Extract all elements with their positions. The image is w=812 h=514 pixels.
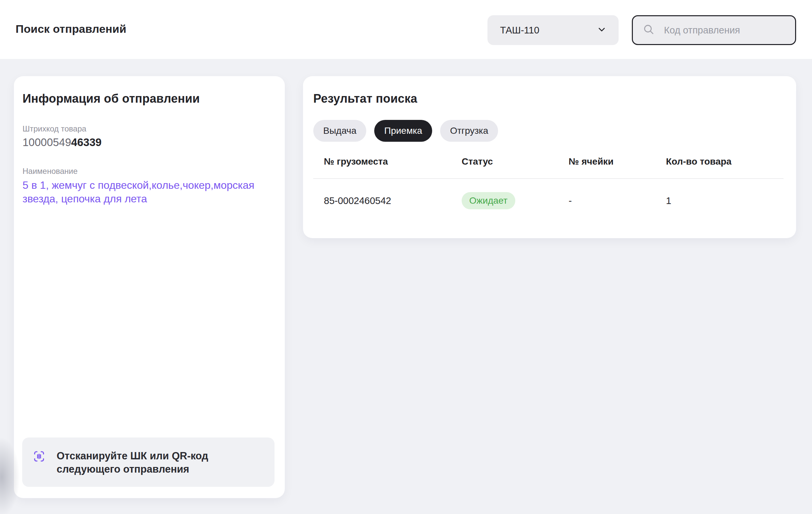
warehouse-select-value: ТАШ-110 [500,25,540,36]
col-header-cargo-number: № грузоместа [313,156,462,178]
search-icon [642,23,655,37]
col-header-quantity: Кол-во товара [666,156,784,178]
page-title: Поиск отправлений [16,23,126,35]
barcode-value: 1000054946339 [23,136,275,149]
shipment-info-title: Информация об отправлении [23,91,275,106]
chevron-down-icon [596,24,607,36]
barcode-prefix: 10000549 [23,136,71,148]
barcode-suffix: 46339 [71,136,102,148]
scan-hint-text: Отсканируйте ШК или QR-код следующего от… [57,450,242,476]
search-results-card: Результат поиска Выдача Приемка Отгрузка… [303,76,796,238]
item-name-link[interactable]: 5 в 1, жемчуг с подвеской,колье,чокер,мо… [23,178,278,206]
barcode-scan-icon [32,450,46,464]
shipment-info-card: Информация об отправлении Штрихкод товар… [14,76,285,498]
item-name-label: Наименование [23,167,275,176]
col-header-status: Статус [462,156,569,178]
quantity-cell: 1 [666,182,784,221]
results-tabs: Выдача Приемка Отгрузка [313,120,784,142]
tab-vydacha[interactable]: Выдача [313,120,366,142]
status-badge: Ожидает [462,192,515,209]
shipment-search [632,15,796,45]
top-bar: Поиск отправлений ТАШ-110 [0,0,812,59]
barcode-label: Штрихкод товара [23,124,275,134]
results-table: № грузоместа Статус № ячейки Кол-во това… [313,156,784,224]
search-input[interactable] [664,25,789,36]
warehouse-select[interactable]: ТАШ-110 [488,15,618,45]
tab-priemka[interactable]: Приемка [374,120,432,142]
cargo-number-cell: 85-0002460542 [313,182,462,221]
status-cell: Ожидает [462,179,569,224]
table-row[interactable]: 85-0002460542 Ожидает - 1 [313,179,784,224]
search-results-title: Результат поиска [313,91,784,106]
table-header-row: № грузоместа Статус № ячейки Кол-во това… [313,156,784,179]
cell-number-cell: - [569,182,666,221]
tab-otgruzka[interactable]: Отгрузка [440,120,498,142]
col-header-cell-number: № ячейки [569,156,666,178]
scan-hint-panel: Отсканируйте ШК или QR-код следующего от… [22,437,274,487]
